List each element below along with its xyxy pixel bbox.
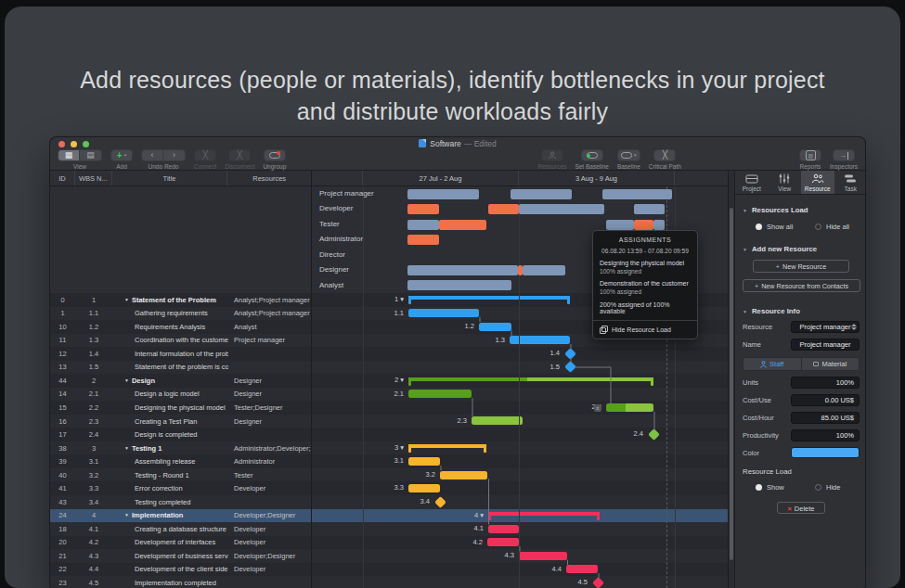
load-bar[interactable] [606, 220, 634, 230]
gantt-row[interactable]: 2.1 [312, 388, 728, 402]
staff-segment[interactable]: Staff [743, 358, 802, 370]
milestone-diamond[interactable] [592, 577, 604, 588]
material-segment[interactable]: Material [802, 358, 860, 370]
hide-radio[interactable]: Hide [815, 483, 840, 492]
table-row[interactable]: 433.4Testing completed [50, 495, 311, 509]
productivity-input[interactable]: 100% [791, 429, 860, 441]
table-row[interactable]: 224.4Development of the client sideDevel… [50, 563, 311, 577]
set-baseline-button[interactable] [581, 149, 603, 161]
gantt-row[interactable]: 4.3 [312, 549, 728, 563]
new-resource-button[interactable]: +New Resource [753, 260, 849, 273]
gantt-row[interactable]: 3 ▾ [312, 441, 728, 455]
table-row[interactable]: 184.1Creating a database structureDevelo… [50, 522, 311, 536]
cost-hour-input[interactable]: 85.00 US$ [791, 412, 860, 424]
gantt-bar[interactable] [488, 525, 519, 533]
view-alt-button[interactable]: ▤ [80, 149, 102, 161]
resource-dropdown[interactable]: Project manager [791, 321, 860, 333]
milestone-diamond[interactable] [434, 496, 446, 508]
vertical-scrollbar[interactable] [728, 171, 734, 588]
milestone-diamond[interactable] [564, 348, 576, 360]
gantt-row[interactable]: 1.4 [312, 347, 728, 361]
table-row[interactable]: 403.2Testing - Round 1Tester [50, 468, 311, 482]
gantt-row[interactable]: 2 ▾ [312, 374, 728, 388]
table-row[interactable]: 442▼DesignDesigner [50, 374, 311, 388]
table-row[interactable]: 234.5Implementation completed [50, 576, 311, 588]
load-bar[interactable] [511, 189, 572, 199]
load-bar[interactable] [519, 204, 604, 214]
resource-info-section[interactable]: ▼Resource Info [743, 307, 860, 315]
gantt-row[interactable]: 4.4 [312, 563, 728, 577]
gantt-row[interactable]: 3.1 [312, 454, 728, 468]
overload-bar[interactable] [439, 220, 486, 230]
summary-bar[interactable] [408, 444, 486, 448]
tab-project[interactable]: Project [735, 171, 769, 194]
table-row[interactable]: 214.3Development of business servicesDev… [50, 549, 311, 563]
overload-bar[interactable] [407, 235, 439, 245]
gantt-bar[interactable] [440, 471, 487, 479]
add-task-button[interactable]: +▾ [110, 149, 133, 161]
milestone-diamond[interactable] [564, 362, 576, 374]
hide-resource-load-button[interactable]: Hide Resource Load [600, 321, 691, 339]
load-bar[interactable] [634, 204, 665, 214]
name-input[interactable]: Project manager [791, 339, 860, 351]
table-row[interactable]: 11.1Gathering requirementsAnalyst;Projec… [50, 307, 311, 321]
delete-resource-button[interactable]: ×Delete [777, 502, 825, 514]
table-row[interactable]: 383▼Testing 1Administrator;Developer;... [50, 441, 311, 455]
gantt-bar[interactable] [408, 390, 472, 398]
critical-path-button[interactable]: ╳ [653, 149, 676, 161]
table-row[interactable]: 244▼ImplementationDeveloper;Designer [50, 509, 311, 523]
ungroup-button[interactable] [264, 149, 286, 161]
gantt-row[interactable]: 4.5 [312, 576, 728, 588]
view-gantt-button[interactable]: ▦ [58, 149, 80, 161]
table-row[interactable]: 152.2Designing the physical modelTester;… [50, 401, 311, 415]
assignment-icon[interactable]: ≡ [594, 404, 601, 412]
show-radio[interactable]: Show [756, 483, 815, 492]
load-bar[interactable] [653, 220, 665, 230]
table-row[interactable]: 393.1Assembling releaseAdministrator [50, 454, 311, 468]
load-bar[interactable] [407, 280, 511, 290]
load-bar[interactable] [407, 189, 479, 199]
gantt-row[interactable]: 3.2 [312, 468, 728, 482]
reports-button[interactable]: ▥ [799, 149, 821, 161]
load-bar[interactable] [407, 265, 518, 275]
new-resource-from-contacts-button[interactable]: +New Resource from Contacts [743, 279, 860, 292]
resource-row[interactable]: Developer [312, 201, 728, 216]
scrollbar-thumb[interactable] [730, 208, 733, 560]
gantt-row[interactable]: 4 ▾ [312, 509, 728, 523]
summary-bar[interactable] [408, 296, 570, 300]
color-swatch[interactable] [791, 447, 860, 458]
resources-load-section[interactable]: ▼Resources Load [743, 206, 860, 214]
col-resources[interactable]: Resources [227, 171, 311, 185]
inspectors-button[interactable]: → [833, 149, 855, 161]
gantt-bar[interactable] [408, 457, 440, 466]
resource-row[interactable]: Project manager [312, 186, 728, 201]
summary-bar[interactable] [488, 512, 600, 516]
gantt-row[interactable]: 4.2 [312, 536, 728, 550]
add-new-resource-section[interactable]: ▼Add new Resource [743, 245, 860, 253]
load-bar[interactable] [407, 220, 439, 230]
undo-button[interactable]: ‹ [141, 149, 163, 161]
gantt-bar[interactable] [487, 538, 519, 546]
summary-bar[interactable] [408, 377, 653, 381]
units-input[interactable]: 100% [791, 377, 860, 389]
tab-resource[interactable]: Resource [801, 171, 834, 194]
resources-button[interactable] [541, 149, 563, 161]
table-row[interactable]: 01▼Statement of the ProblemAnalyst;Proje… [50, 293, 311, 307]
col-wbs[interactable]: WBS N... [75, 171, 112, 185]
cost-use-input[interactable]: 0.00 US$ [791, 394, 860, 406]
gantt-bar[interactable] [566, 565, 598, 573]
gantt-bar[interactable] [606, 403, 653, 412]
gantt-bar[interactable] [408, 484, 440, 492]
gantt-bar[interactable] [519, 552, 567, 560]
table-row[interactable]: 204.2Development of interfacesDeveloper [50, 536, 311, 550]
table-row[interactable]: 101.2Requirements AnalysisAnalyst [50, 320, 311, 334]
gantt-bar[interactable] [472, 416, 523, 425]
show-all-radio[interactable]: Show all [756, 223, 815, 231]
table-row[interactable]: 111.3Coordination with the customerProje… [50, 334, 311, 348]
milestone-diamond[interactable] [648, 428, 660, 441]
table-row[interactable]: 131.5Statement of the problem is complet… [50, 361, 311, 375]
gantt-bar[interactable] [479, 323, 511, 331]
disconnect-button[interactable]: ╳ [228, 149, 251, 161]
gantt-row[interactable]: 1.5 [312, 361, 728, 375]
gantt-row[interactable]: 2.4 [312, 428, 728, 441]
